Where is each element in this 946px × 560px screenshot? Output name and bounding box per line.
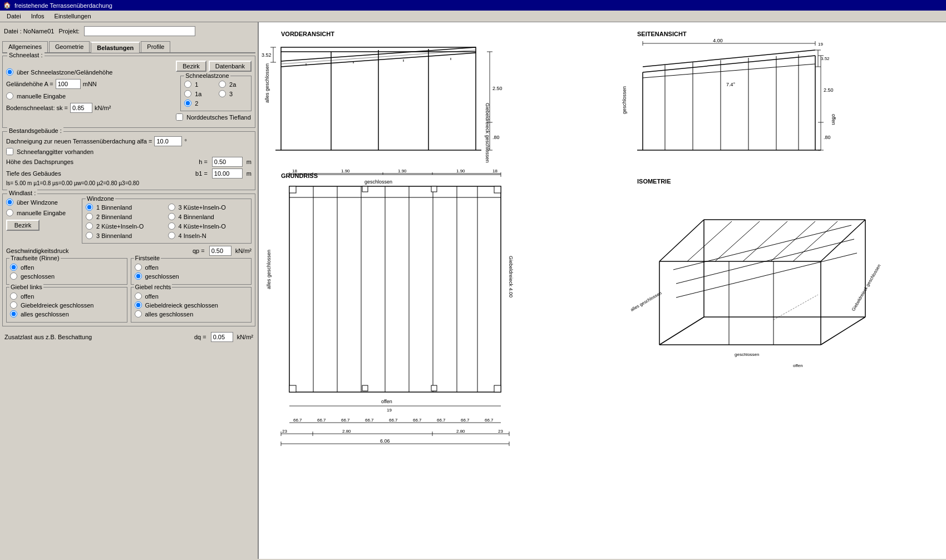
- tiefe-unit: m: [247, 170, 252, 177]
- app-icon: 🏠: [3, 2, 11, 9]
- svg-text:66.7: 66.7: [461, 418, 470, 423]
- tab-allgemeines[interactable]: Allgemeines: [2, 41, 48, 52]
- bestandsgebaeude-group: Bestandsgebäude : Dachneigung zur neuen …: [2, 131, 255, 190]
- wind-windzone-label: über Windzone: [17, 199, 58, 206]
- trauf-geschlossen[interactable]: [10, 272, 17, 280]
- offen-side: offen: [831, 114, 836, 125]
- giebeldreieck-front-label: Giebeldreieck geschlossen: [485, 103, 490, 163]
- bezirk-button[interactable]: Bezirk: [176, 61, 206, 72]
- wind-bezirk-button[interactable]: Bezirk: [6, 220, 40, 231]
- tab-belastungen[interactable]: Belastungen: [91, 42, 140, 53]
- geschw-label: Geschwindigkeitsdruck: [6, 247, 190, 254]
- svg-line-113: [821, 220, 865, 261]
- windzone-title: Windzone: [86, 195, 115, 202]
- right-panel: VORDERANSICHT: [259, 22, 946, 559]
- offen-grundriss: offen: [381, 399, 392, 404]
- mu-row: ls= 5.00 m µ1=0.8 µs=0.00 µw=0.00 µ2=0.8…: [6, 180, 252, 186]
- first-offen[interactable]: [135, 264, 142, 271]
- gelaende-input[interactable]: [56, 79, 81, 89]
- wzone-4bin[interactable]: [168, 213, 175, 220]
- manuell-label: manuelle Eingabe: [17, 93, 66, 100]
- tab-profile[interactable]: Profile: [141, 41, 170, 52]
- svg-text:2.80: 2.80: [456, 429, 465, 434]
- svg-rect-38: [431, 186, 437, 192]
- dachneigung-label: Dachneigung zur neuen Terrassenüberdachu…: [6, 138, 152, 145]
- dachneigung-unit: °: [184, 138, 186, 145]
- radio-wind-windzone[interactable]: [6, 199, 13, 206]
- menu-einstellungen[interactable]: Einstellungen: [50, 12, 96, 21]
- gelaende-unit: mNN: [83, 81, 97, 87]
- datenbank-button[interactable]: Datenbank: [209, 61, 252, 72]
- alles-geschlossen-grundriss: alles geschlossen: [266, 250, 272, 289]
- traufseite-title: Traufseite (Rinne): [9, 255, 61, 261]
- top-bar: Datei : NoName01 Projekt:: [2, 24, 255, 38]
- qp-label: qp =: [193, 247, 205, 254]
- radio-schneelast-auto[interactable]: [6, 68, 13, 76]
- bodenschneelast-input[interactable]: [70, 103, 92, 113]
- qp-input[interactable]: [209, 246, 231, 256]
- radio-wind-manuell[interactable]: [6, 209, 13, 216]
- svg-text:23: 23: [498, 429, 503, 434]
- wzone-3kust[interactable]: [168, 204, 175, 211]
- dim-4-00: 4.00: [713, 38, 723, 43]
- schneelast-auto-label: über Schneelastzone/Geländehöhe: [17, 69, 112, 76]
- hoehe-input[interactable]: [212, 157, 243, 167]
- qp-unit: kN/m²: [235, 247, 252, 254]
- datei-label: Datei : NoName01: [4, 28, 55, 34]
- gr-offen[interactable]: [135, 293, 142, 300]
- wzone-4ins[interactable]: [168, 232, 175, 239]
- menu-infos[interactable]: Infos: [27, 12, 49, 21]
- svg-rect-35: [494, 385, 501, 392]
- wzone-3bin[interactable]: [86, 232, 93, 239]
- giebel-links-title: Giebel links: [9, 284, 43, 290]
- svg-line-90: [643, 64, 815, 78]
- wzone-2bin[interactable]: [86, 213, 93, 220]
- tiefe-b1-label: b1 =: [195, 170, 208, 177]
- zone-1a[interactable]: [184, 90, 191, 97]
- dim-3-52-left: 3.52: [262, 52, 272, 58]
- tab-geometrie[interactable]: Geometrie: [49, 41, 90, 52]
- svg-text:18: 18: [292, 169, 297, 174]
- tiefe-label: Tiefe des Gebäudes: [6, 170, 193, 177]
- svg-line-118: [793, 221, 837, 261]
- schneefanggitter-checkbox[interactable]: [6, 148, 13, 155]
- svg-text:66.7: 66.7: [437, 418, 446, 423]
- gl-giebeldreieck[interactable]: [10, 301, 17, 309]
- menu-datei[interactable]: Datei: [2, 12, 26, 21]
- trauf-offen[interactable]: [10, 264, 17, 271]
- gl-alles[interactable]: [10, 310, 17, 318]
- giebel-links-group: Giebel links offen Giebeldreieck geschlo…: [6, 287, 127, 323]
- svg-text:66.7: 66.7: [293, 418, 302, 423]
- dq-label: dq =: [194, 334, 206, 340]
- schneelast-title: Schneelast :: [7, 52, 45, 58]
- svg-text:66.7: 66.7: [485, 418, 494, 423]
- wzone-4kust[interactable]: [168, 222, 175, 230]
- first-geschlossen[interactable]: [135, 272, 142, 280]
- zone-1[interactable]: [184, 81, 191, 88]
- geschlossen-iso: geschlossen: [735, 352, 759, 357]
- tiefe-input[interactable]: [212, 169, 243, 179]
- svg-text:19: 19: [387, 408, 392, 413]
- dq-input[interactable]: [211, 332, 233, 342]
- norddeutsch-checkbox[interactable]: [176, 113, 183, 121]
- zone-2[interactable]: [184, 100, 191, 107]
- giebel-rechts-title: Giebel rechts: [134, 284, 173, 290]
- zone-2a[interactable]: [219, 81, 226, 88]
- projekt-input[interactable]: [84, 26, 195, 36]
- svg-rect-33: [494, 186, 501, 193]
- wzone-2kust[interactable]: [86, 222, 93, 230]
- dim-6-06: 6.06: [380, 438, 390, 444]
- radio-schneelast-manuell[interactable]: [6, 92, 13, 100]
- dim-3-52-right: 3.52: [821, 56, 830, 61]
- dachneigung-input[interactable]: [154, 136, 182, 146]
- svg-line-112: [659, 220, 704, 261]
- seitenansicht-title: SEITENANSICHT: [637, 31, 687, 37]
- offen-iso: offen: [793, 363, 803, 368]
- gr-giebeldreieck[interactable]: [135, 301, 142, 309]
- wzone-1bin[interactable]: [86, 204, 93, 211]
- zone-3[interactable]: [219, 90, 226, 97]
- gl-offen[interactable]: [10, 293, 17, 300]
- menu-bar: Datei Infos Einstellungen: [0, 11, 946, 22]
- wind-manuell-label: manuelle Eingabe: [17, 210, 66, 216]
- gr-alles[interactable]: [135, 310, 142, 318]
